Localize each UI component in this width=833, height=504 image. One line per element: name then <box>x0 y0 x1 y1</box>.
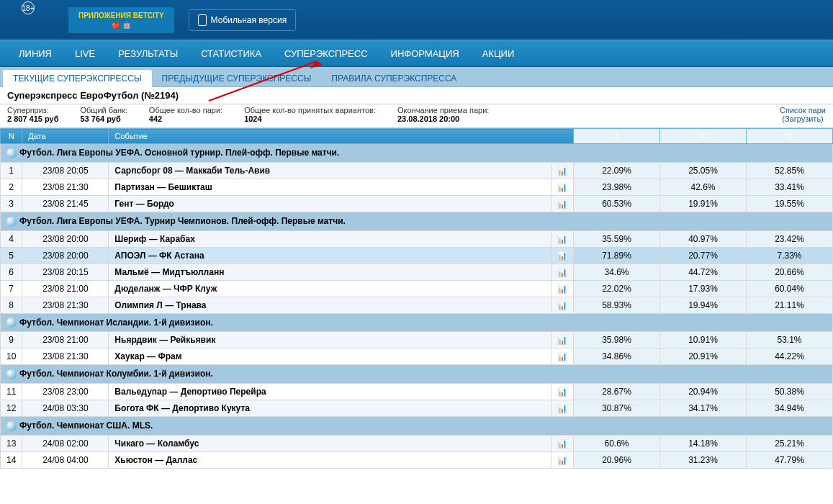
cell-date: 23/08 21:00 <box>22 332 109 348</box>
table-row[interactable]: 1424/08 04:00Хьюстон — Даллас📊20.96%31.2… <box>1 452 833 469</box>
stats-icon[interactable]: 📊 <box>551 348 574 365</box>
subnav-item-2[interactable]: ПРАВИЛА СУПЕРЭКСПРЕССА <box>321 70 467 87</box>
cell-odd-1[interactable]: 71.89% <box>574 247 660 264</box>
cell-odd-x[interactable]: 34.17% <box>660 400 747 417</box>
cell-odd-x[interactable]: 20.77% <box>660 247 747 264</box>
subnav-item-1[interactable]: ПРЕДЫДУЩИЕ СУПЕРЭКСПРЕССЫ <box>152 70 322 87</box>
th-2[interactable]: 2 <box>747 129 833 144</box>
table-row[interactable]: 923/08 21:00Ньярдвик — Рейкьявик📊35.98%1… <box>1 332 833 348</box>
cell-odd-1[interactable]: 22.09% <box>574 162 660 179</box>
cell-event: Ньярдвик — Рейкьявик <box>109 332 551 348</box>
cell-odd-2[interactable]: 34.94% <box>747 400 833 417</box>
info-variants: Общее кол-во принятых вариантов: 1024 <box>244 106 376 123</box>
cell-odd-1[interactable]: 30.87% <box>574 400 660 417</box>
cell-odd-2[interactable]: 7.33% <box>747 247 833 264</box>
stats-icon[interactable]: 📊 <box>551 195 574 212</box>
cell-n: 2 <box>1 179 22 195</box>
cell-odd-2[interactable]: 60.04% <box>747 280 833 297</box>
cell-odd-1[interactable]: 35.98% <box>574 332 660 348</box>
cell-odd-x[interactable]: 19.91% <box>660 195 747 212</box>
cell-date: 23/08 21:00 <box>22 280 109 297</box>
stats-icon[interactable]: 📊 <box>551 400 574 417</box>
cell-odd-x[interactable]: 20.91% <box>660 348 747 365</box>
cell-odd-2[interactable]: 50.38% <box>747 384 833 400</box>
cell-odd-2[interactable]: 25.21% <box>747 436 833 452</box>
cell-date: 23/08 21:30 <box>22 348 109 365</box>
stats-icon[interactable]: 📊 <box>551 264 574 280</box>
table-row[interactable]: 1023/08 21:30Хаукар — Фрам📊34.86%20.91%4… <box>1 348 833 365</box>
th-1[interactable]: 1 <box>574 129 660 144</box>
stats-icon[interactable]: 📊 <box>551 162 574 179</box>
stats-icon[interactable]: 📊 <box>551 247 574 264</box>
table-row[interactable]: 223/08 21:30Партизан — Бешикташ📊23.98%42… <box>1 179 833 195</box>
cell-odd-2[interactable]: 19.55% <box>747 195 833 212</box>
cell-n: 13 <box>1 436 22 452</box>
cell-odd-2[interactable]: 21.11% <box>747 297 833 313</box>
table-row[interactable]: 623/08 20:15Мальмё — Мидтъюлланн📊34.6%44… <box>1 264 833 280</box>
cell-odd-x[interactable]: 20.94% <box>660 384 747 400</box>
stats-icon[interactable]: 📊 <box>551 436 574 452</box>
download-link[interactable]: (Загрузить) <box>780 114 826 123</box>
cell-odd-x[interactable]: 44.72% <box>660 264 747 280</box>
stats-icon[interactable]: 📊 <box>551 384 574 400</box>
cell-odd-1[interactable]: 35.59% <box>574 230 660 247</box>
group-header: Футбол. Лига Европы УЕФА. Турнир Чемпион… <box>1 212 833 230</box>
table-row[interactable]: 123/08 20:05Сарпсборг 08 — Маккаби Тель-… <box>1 162 833 179</box>
table-row[interactable]: 1324/08 02:00Чикаго — Коламбус📊60.6%14.1… <box>1 436 833 452</box>
table-row[interactable]: 1123/08 23:00Вальедупар — Депортиво Пере… <box>1 384 833 400</box>
nav-item-0[interactable]: ЛИНИЯ <box>7 40 63 67</box>
cell-odd-x[interactable]: 19.94% <box>660 297 747 313</box>
cell-odd-x[interactable]: 42.6% <box>660 179 747 195</box>
cell-odd-x[interactable]: 40.97% <box>660 230 747 247</box>
cell-odd-2[interactable]: 47.79% <box>747 452 833 469</box>
stats-icon[interactable]: 📊 <box>551 297 574 313</box>
stats-icon[interactable]: 📊 <box>551 179 574 195</box>
app-download-button[interactable]: ПРИЛОЖЕНИЯ BETCITY 🍎 🤖 <box>68 7 174 33</box>
cell-odd-x[interactable]: 25.05% <box>660 162 747 179</box>
cell-n: 3 <box>1 195 22 212</box>
cell-odd-1[interactable]: 22.02% <box>574 280 660 297</box>
cell-odd-1[interactable]: 28.67% <box>574 384 660 400</box>
cell-odd-2[interactable]: 33.41% <box>747 179 833 195</box>
nav-item-2[interactable]: РЕЗУЛЬТАТЫ <box>107 40 189 67</box>
nav-item-3[interactable]: СТАТИСТИКА <box>189 40 273 67</box>
table-row[interactable]: 1224/08 03:30Богота ФК — Депортиво Кукут… <box>1 400 833 417</box>
cell-odd-1[interactable]: 34.6% <box>574 264 660 280</box>
cell-odd-1[interactable]: 23.98% <box>574 179 660 195</box>
cell-odd-1[interactable]: 58.93% <box>574 297 660 313</box>
cell-date: 23/08 21:45 <box>22 195 109 212</box>
table-row[interactable]: 323/08 21:45Гент — Бордо📊60.53%19.91%19.… <box>1 195 833 212</box>
nav-item-5[interactable]: ИНФОРМАЦИЯ <box>379 40 471 67</box>
cell-odd-2[interactable]: 53.1% <box>747 332 833 348</box>
stats-icon[interactable]: 📊 <box>551 332 574 348</box>
nav-item-4[interactable]: СУПЕРЭКСПРЕСС <box>273 40 379 67</box>
cell-odd-1[interactable]: 60.53% <box>574 195 660 212</box>
cell-odd-2[interactable]: 52.85% <box>747 162 833 179</box>
pari-list-link[interactable]: Список пари <box>780 106 826 114</box>
stats-icon[interactable]: 📊 <box>551 452 574 469</box>
cell-odd-1[interactable]: 20.96% <box>574 452 660 469</box>
cell-odd-x[interactable]: 17.93% <box>660 280 747 297</box>
subnav-item-0[interactable]: ТЕКУЩИЕ СУПЕРЭКСПРЕССЫ <box>3 70 152 87</box>
nav-item-6[interactable]: АКЦИИ <box>471 40 526 67</box>
cell-odd-2[interactable]: 23.42% <box>747 230 833 247</box>
table-row[interactable]: 523/08 20:00АПОЭЛ — ФК Астана📊71.89%20.7… <box>1 247 833 264</box>
cell-odd-x[interactable]: 10.91% <box>660 332 747 348</box>
cell-odd-2[interactable]: 20.66% <box>747 264 833 280</box>
cell-odd-1[interactable]: 34.86% <box>574 348 660 365</box>
cell-odd-x[interactable]: 14.18% <box>660 436 747 452</box>
mobile-version-button[interactable]: Мобильная версия <box>189 9 297 31</box>
cell-event: Шериф — Карабах <box>109 230 551 247</box>
cell-odd-x[interactable]: 31.23% <box>660 452 747 469</box>
th-x[interactable]: X <box>660 129 747 144</box>
stats-icon[interactable]: 📊 <box>551 280 574 297</box>
th-event: Событие <box>109 129 574 144</box>
nav-item-1[interactable]: LIVE <box>63 40 107 67</box>
group-header: Футбол. Лига Европы УЕФА. Основной турни… <box>1 144 833 163</box>
cell-odd-2[interactable]: 44.22% <box>747 348 833 365</box>
stats-icon[interactable]: 📊 <box>551 230 574 247</box>
table-row[interactable]: 823/08 21:30Олимпия Л — Трнава📊58.93%19.… <box>1 297 833 313</box>
cell-odd-1[interactable]: 60.6% <box>574 436 660 452</box>
table-row[interactable]: 423/08 20:00Шериф — Карабах📊35.59%40.97%… <box>1 230 833 247</box>
table-row[interactable]: 723/08 21:00Дюделанж — ЧФР Клуж📊22.02%17… <box>1 280 833 297</box>
